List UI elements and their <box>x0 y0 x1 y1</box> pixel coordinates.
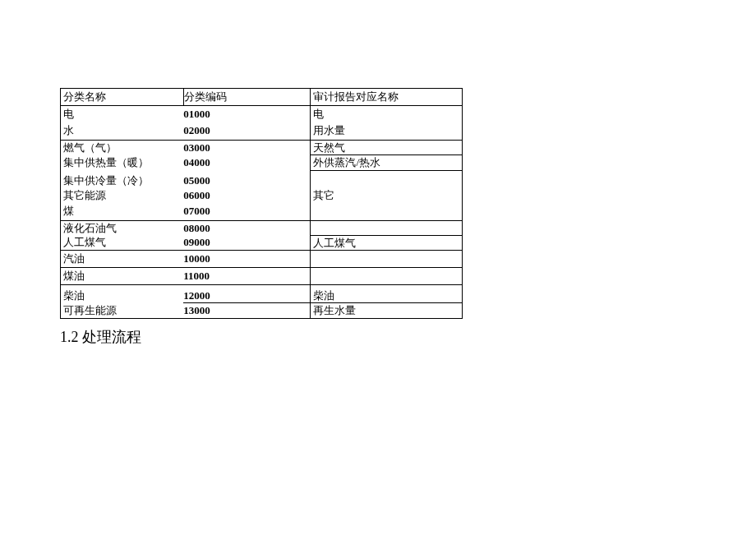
header-category-name: 分类名称 <box>61 89 184 106</box>
cell-name: 液化石油气 <box>61 220 184 235</box>
table-row: 燃气（气） 03000 天然气 <box>61 140 463 155</box>
header-audit-name: 审计报告对应名称 <box>311 89 463 106</box>
cell-audit: 天然气 <box>311 140 463 155</box>
classification-table: 分类名称 分类编码 审计报告对应名称 电 01000 电 水 02000 用水量… <box>60 88 463 319</box>
cell-name: 燃气（气） <box>61 140 184 155</box>
cell-audit: 柴油 <box>311 284 463 303</box>
cell-audit <box>311 170 463 188</box>
cell-name: 煤 <box>61 202 184 220</box>
cell-code: 12000 <box>183 284 311 303</box>
cell-code: 05000 <box>183 170 311 188</box>
cell-name: 其它能源 <box>61 188 184 203</box>
table-row: 煤 07000 <box>61 202 463 220</box>
cell-name: 人工煤气 <box>61 235 184 251</box>
cell-audit <box>311 251 463 268</box>
cell-audit: 用水量 <box>311 122 463 140</box>
cell-name: 水 <box>61 122 184 140</box>
table-row: 柴油 12000 柴油 <box>61 284 463 303</box>
cell-code: 06000 <box>183 188 311 203</box>
cell-audit: 电 <box>311 105 463 122</box>
table-row: 液化石油气 08000 <box>61 220 463 235</box>
cell-audit <box>311 220 463 235</box>
header-category-code: 分类编码 <box>183 89 311 106</box>
table-row: 水 02000 用水量 <box>61 122 463 140</box>
cell-audit <box>311 268 463 285</box>
cell-name: 集中供热量（暖） <box>61 155 184 171</box>
cell-name: 柴油 <box>61 284 184 303</box>
cell-code: 04000 <box>183 155 311 171</box>
cell-code: 02000 <box>183 122 311 140</box>
cell-code: 07000 <box>183 202 311 220</box>
table-row: 其它能源 06000 其它 <box>61 188 463 203</box>
table-row: 电 01000 电 <box>61 105 463 122</box>
cell-code: 09000 <box>183 235 311 251</box>
table-row: 可再生能源 13000 再生水量 <box>61 303 463 319</box>
cell-name: 汽油 <box>61 251 184 268</box>
table-row: 集中供热量（暖） 04000 外供蒸汽/热水 <box>61 155 463 171</box>
cell-name: 可再生能源 <box>61 303 184 319</box>
cell-audit: 其它 <box>311 188 463 203</box>
document-page: 分类名称 分类编码 审计报告对应名称 电 01000 电 水 02000 用水量… <box>0 0 756 535</box>
table-row: 人工煤气 09000 人工煤气 <box>61 235 463 251</box>
table-row: 集中供冷量（冷） 05000 <box>61 170 463 188</box>
table-row: 煤油 11000 <box>61 268 463 285</box>
cell-code: 03000 <box>183 140 311 155</box>
cell-audit <box>311 202 463 220</box>
cell-name: 煤油 <box>61 268 184 285</box>
cell-code: 10000 <box>183 251 311 268</box>
cell-code: 11000 <box>183 268 311 285</box>
cell-audit: 人工煤气 <box>311 235 463 251</box>
cell-name: 集中供冷量（冷） <box>61 170 184 188</box>
classification-table-container: 分类名称 分类编码 审计报告对应名称 电 01000 电 水 02000 用水量… <box>60 88 463 319</box>
cell-code: 08000 <box>183 220 311 235</box>
cell-code: 01000 <box>183 105 311 122</box>
table-row: 汽油 10000 <box>61 251 463 268</box>
cell-audit: 再生水量 <box>311 303 463 319</box>
section-heading: 1.2 处理流程 <box>60 327 141 347</box>
cell-code: 13000 <box>183 303 311 319</box>
cell-audit: 外供蒸汽/热水 <box>311 155 463 171</box>
table-header-row: 分类名称 分类编码 审计报告对应名称 <box>61 89 463 106</box>
cell-name: 电 <box>61 105 184 122</box>
